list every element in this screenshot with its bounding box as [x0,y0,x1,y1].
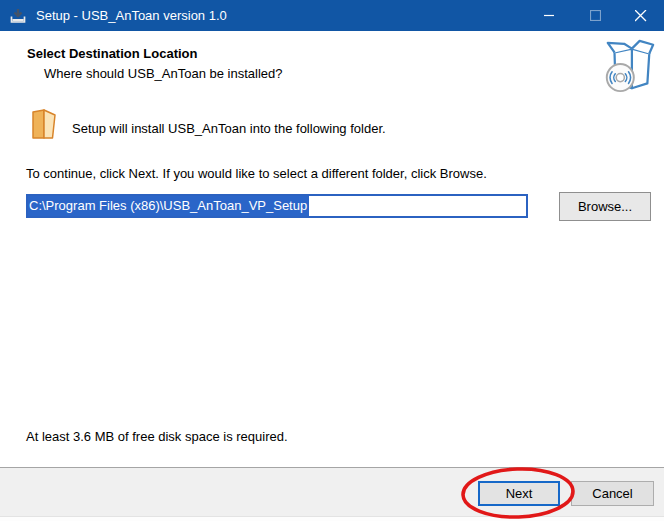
browse-button[interactable]: Browse... [559,192,651,221]
cancel-button-label: Cancel [592,486,632,501]
titlebar: Setup - USB_AnToan version 1.0 [0,0,664,31]
open-folder-icon [30,107,58,140]
destination-path-input[interactable]: C:\Program Files (x86)\USB_AnToan_VP_Set… [26,194,528,218]
minimize-icon[interactable] [526,0,572,31]
software-box-cd-icon [600,35,658,97]
browse-button-label: Browse... [578,199,632,214]
window-bottom-edge [0,516,664,521]
caption-buttons [526,0,664,31]
intro-text: Setup will install USB_AnToan into the f… [72,121,386,136]
next-button[interactable]: Next [478,481,560,506]
next-button-label: Next [506,486,533,501]
wizard-header: Select Destination Location Where should… [0,31,664,101]
cancel-button[interactable]: Cancel [571,481,654,506]
destination-path-value: C:\Program Files (x86)\USB_AnToan_VP_Set… [28,196,309,216]
setup-wizard-window: Setup - USB_AnToan version 1.0 Select De… [0,0,664,521]
instruction-text: To continue, click Next. If you would li… [26,166,487,181]
wizard-footer: Next Cancel [0,467,664,516]
maximize-icon [572,0,618,31]
installer-arrow-tray-icon [9,7,27,25]
window-title: Setup - USB_AnToan version 1.0 [36,8,227,23]
page-title: Select Destination Location [27,46,197,61]
close-icon[interactable] [618,0,664,31]
page-subtitle: Where should USB_AnToan be installed? [44,66,282,81]
disk-space-note: At least 3.6 MB of free disk space is re… [26,429,288,444]
